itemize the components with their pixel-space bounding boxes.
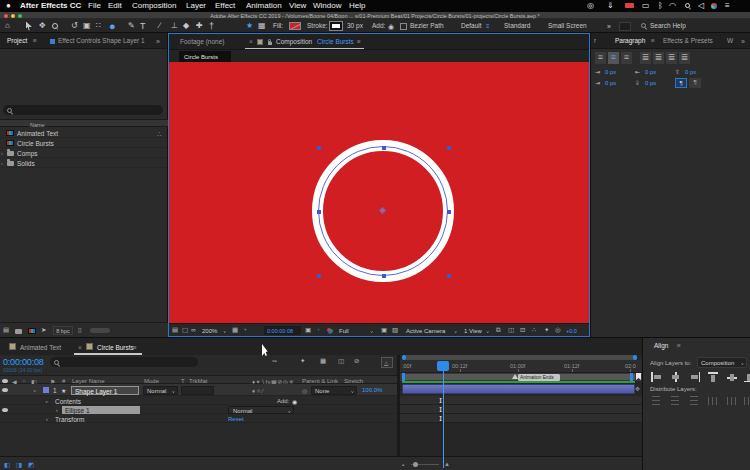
apple-menu-icon[interactable]: ● bbox=[6, 2, 11, 10]
transform-row[interactable]: › Transform Reset bbox=[0, 414, 397, 423]
zoom-in-mountain-icon[interactable]: ▲ bbox=[444, 461, 450, 467]
tab-align[interactable]: Align bbox=[654, 342, 668, 349]
distribute-h-center-button[interactable] bbox=[726, 395, 739, 407]
workspace-bar-button[interactable] bbox=[619, 22, 631, 31]
contents-expand-caret[interactable]: ∨ bbox=[45, 399, 48, 403]
always-preview-icon[interactable]: ▤ bbox=[172, 327, 178, 334]
menu-window[interactable]: Window bbox=[313, 2, 341, 10]
timeline-tab-menu-icon[interactable]: ≡ bbox=[133, 344, 137, 351]
status-icon-list[interactable]: ≡ bbox=[725, 2, 730, 10]
camera-tool-icon[interactable]: ▣ bbox=[83, 22, 91, 30]
justify-last-left-button[interactable]: ≣ bbox=[640, 52, 651, 64]
quality-icon[interactable]: ✦ bbox=[300, 358, 305, 365]
menu-edit[interactable]: Edit bbox=[108, 2, 122, 10]
menu-animation[interactable]: Animation bbox=[246, 2, 282, 10]
solo-column-icon[interactable]: ○ bbox=[22, 378, 26, 384]
timeline-button-icon[interactable]: ∴ bbox=[532, 327, 536, 334]
layer-expand-caret[interactable]: ∨ bbox=[33, 389, 36, 393]
search-help-icon[interactable] bbox=[641, 23, 646, 28]
project-item-circle-bursts[interactable]: Circle Bursts bbox=[0, 138, 167, 148]
comp-viewport[interactable] bbox=[169, 62, 589, 323]
status-icon-record[interactable]: ◎ bbox=[587, 2, 594, 10]
space-before-value[interactable]: 0 px bbox=[685, 69, 696, 75]
ellipse-expand-arrow[interactable]: › bbox=[56, 407, 58, 413]
pan-behind-tool-icon[interactable]: ∷ bbox=[96, 22, 101, 30]
reset-exposure-icon[interactable]: ◎ bbox=[555, 327, 561, 334]
fill-swatch[interactable] bbox=[289, 22, 301, 30]
align-h-center-button[interactable] bbox=[669, 371, 682, 383]
status-icon-search[interactable] bbox=[685, 3, 690, 8]
view-layout-dropdown[interactable]: 1 View bbox=[464, 328, 482, 334]
pixel-aspect-icon[interactable]: ◫ bbox=[508, 327, 514, 334]
menu-composition[interactable]: Composition bbox=[132, 2, 176, 10]
share-view-icon[interactable]: ⧉ bbox=[496, 327, 501, 334]
number-column-header[interactable]: # bbox=[62, 378, 65, 384]
bezier-path-checkbox[interactable] bbox=[400, 23, 407, 30]
justify-all-button[interactable]: ≣ bbox=[679, 52, 690, 64]
viewer-timecode-box[interactable]: 0:00:00:08 bbox=[264, 326, 301, 335]
align-left-edge-button[interactable] bbox=[650, 371, 663, 383]
align-left-button[interactable]: ≡ bbox=[595, 52, 606, 64]
status-icon-siri[interactable] bbox=[711, 3, 717, 9]
menu-app-name[interactable]: After Effects CC bbox=[20, 2, 81, 10]
paragraph-tab-menu-icon[interactable]: ≡ bbox=[651, 38, 655, 45]
trkmat-column-header[interactable]: TrkMat bbox=[189, 378, 207, 384]
justify-last-center-button[interactable]: ≣ bbox=[653, 52, 664, 64]
selection-handle[interactable] bbox=[382, 146, 386, 150]
text-direction-ltr-button[interactable]: ¶ bbox=[675, 78, 687, 88]
expand-arrow-icon[interactable]: › bbox=[1, 160, 3, 166]
align-to-dropdown[interactable]: Composition ∨ bbox=[697, 357, 747, 368]
snapshot-icon[interactable]: ▣ bbox=[305, 327, 311, 334]
selection-handle[interactable] bbox=[317, 146, 321, 150]
home-tool-icon[interactable]: ⌂ bbox=[5, 22, 10, 30]
bpc-button[interactable]: 8 bpc bbox=[53, 326, 73, 335]
align-tab-menu-icon[interactable]: ≡ bbox=[677, 342, 681, 349]
project-footer-scrollbar[interactable] bbox=[90, 328, 110, 333]
transform-reset-button[interactable]: Reset bbox=[228, 416, 244, 422]
tab-effects-presets[interactable]: Effects & Presets bbox=[663, 38, 713, 45]
distribute-right-button[interactable] bbox=[743, 395, 750, 407]
parent-link-column-header[interactable]: Parent & Link bbox=[302, 378, 338, 384]
workspace-default-icon[interactable]: ≡ bbox=[486, 23, 490, 29]
tab-project[interactable]: Project bbox=[7, 38, 27, 45]
layer-name-box[interactable]: Shape Layer 1 bbox=[71, 386, 139, 395]
selection-handle[interactable] bbox=[317, 210, 321, 214]
resolution-dropdown[interactable]: Full bbox=[339, 328, 349, 334]
tab-composition-name[interactable]: Circle Bursts bbox=[317, 39, 354, 46]
stretch-value[interactable]: 100.0% bbox=[362, 387, 382, 393]
render-queue-icon[interactable]: ➤ bbox=[41, 327, 46, 334]
ellipse-mode-dropdown[interactable]: Normal∨ bbox=[228, 406, 294, 414]
selection-handle[interactable] bbox=[447, 146, 451, 150]
snap-grid-icon[interactable]: ▦ bbox=[258, 22, 266, 30]
status-icon-battery[interactable] bbox=[625, 3, 634, 8]
tab-paragraph[interactable]: Paragraph bbox=[615, 38, 645, 45]
selection-handle[interactable] bbox=[317, 274, 321, 278]
ellipse-tool-icon[interactable]: ● bbox=[109, 21, 116, 32]
expand-inout-icon[interactable]: ◩ bbox=[28, 461, 34, 469]
menu-help[interactable]: Help bbox=[349, 2, 365, 10]
project-search-input[interactable] bbox=[3, 105, 163, 115]
monitor-icon[interactable]: ▢ bbox=[182, 327, 188, 334]
zoom-tool-icon[interactable] bbox=[52, 23, 58, 29]
type-tool-icon[interactable]: T bbox=[140, 22, 146, 31]
menu-view[interactable]: View bbox=[289, 2, 306, 10]
timeline-search-input[interactable] bbox=[50, 357, 198, 367]
pen-tool-icon[interactable]: ✎ bbox=[128, 22, 135, 30]
star-icon[interactable]: ★ bbox=[246, 22, 253, 30]
camera-dropdown[interactable]: Active Camera bbox=[406, 328, 445, 334]
camera-chevron-icon[interactable]: ∨ bbox=[454, 330, 457, 334]
project-item-comps[interactable]: › Comps bbox=[0, 148, 167, 158]
interpret-footage-icon[interactable]: ▤ bbox=[3, 327, 9, 334]
mask-visibility-icon[interactable]: ◔ bbox=[243, 327, 247, 334]
align-top-edge-button[interactable] bbox=[707, 371, 720, 383]
status-icon-wifi[interactable]: ◠ bbox=[669, 2, 676, 10]
fill-label[interactable]: Fill: bbox=[273, 23, 283, 30]
selection-handle[interactable] bbox=[447, 274, 451, 278]
new-composition-icon[interactable] bbox=[28, 328, 36, 334]
first-line-indent-value[interactable]: 0 px bbox=[605, 80, 616, 86]
menu-effect[interactable]: Effect bbox=[215, 2, 235, 10]
align-right-button[interactable]: ≡ bbox=[621, 52, 632, 64]
stroke-label[interactable]: Stroke: bbox=[307, 23, 328, 30]
tab-character-truncated[interactable]: r bbox=[594, 38, 596, 45]
status-icon-sync[interactable]: ⇓ bbox=[607, 2, 614, 10]
